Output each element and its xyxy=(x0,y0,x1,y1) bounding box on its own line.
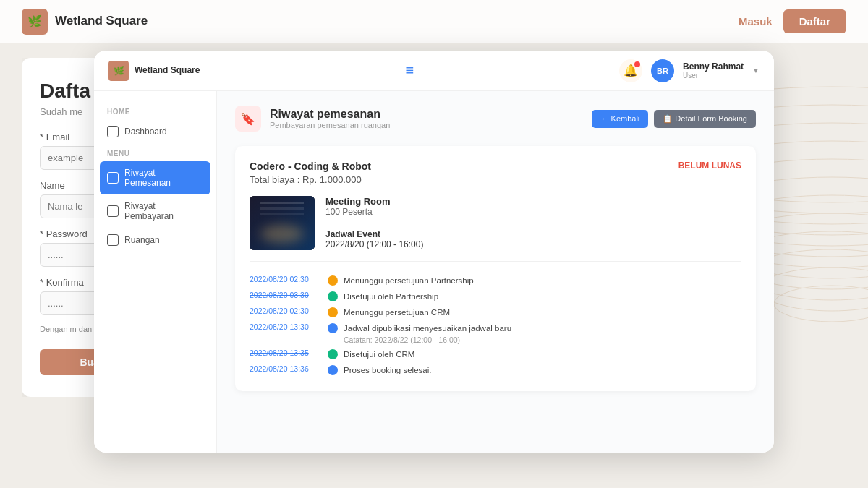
timeline-time: 2022/08/20 13:35 xyxy=(250,348,322,357)
page-header-left: 🔖 Riwayat pemesanan Pembayaran pemesanan… xyxy=(235,106,390,132)
sidebar-riwayat-pembayaran-label: Riwayat Pembayaran xyxy=(124,201,203,221)
booking-title-row: Codero - Coding & Robot Total biaya : Rp… xyxy=(250,160,741,185)
room-details: Meeting Room 100 Peserta Jadwal Event 20… xyxy=(326,196,741,250)
timeline-item: 2022/08/20 02:30Menunggu persetujuan Par… xyxy=(250,275,741,286)
sidebar-menu-label: MENU xyxy=(94,144,216,161)
user-chevron-icon[interactable]: ▼ xyxy=(752,67,760,74)
event-name: Codero - Coding & Robot xyxy=(250,160,371,172)
timeline-time: 2022/08/20 02:30 xyxy=(250,307,322,315)
user-info: Benny Rahmat User xyxy=(683,61,744,80)
app-header-right: 🔔 BR Benny Rahmat User ▼ xyxy=(619,59,760,82)
nav-actions: Masuk Daftar xyxy=(739,9,846,33)
booking-total: Total biaya : Rp. 1.000.000 xyxy=(250,174,371,185)
page-header: 🔖 Riwayat pemesanan Pembayaran pemesanan… xyxy=(235,106,756,132)
daftar-button[interactable]: Daftar xyxy=(783,9,846,33)
ruangan-icon xyxy=(107,234,119,246)
timeline-item: 2022/08/20 02:30Menunggu persetujuan CRM xyxy=(250,307,741,318)
timeline-dot xyxy=(328,307,338,317)
timeline-text: Disetujui oleh Partnership xyxy=(344,291,438,302)
main-content: 🔖 Riwayat pemesanan Pembayaran pemesanan… xyxy=(217,91,774,453)
notification-dot xyxy=(634,61,640,67)
timeline-dot xyxy=(328,291,338,301)
timeline-note: Catatan: 2022/8/22 (12:00 - 16:00) xyxy=(344,335,511,344)
bookmark-icon: 🔖 xyxy=(241,112,255,126)
app-brand: 🌿 Wetland Square xyxy=(109,61,200,81)
sidebar-item-riwayat-pemesanan[interactable]: Riwayat Pemesanan xyxy=(100,161,210,194)
sidebar-item-ruangan[interactable]: Ruangan xyxy=(94,228,216,252)
status-badge: BELUM LUNAS xyxy=(678,160,741,171)
app-body: HOME Dashboard MENU Riwayat Pemesanan Ri… xyxy=(94,91,774,453)
timeline-text: Proses booking selesai. xyxy=(344,364,431,376)
page-icon: 🔖 xyxy=(235,106,261,132)
user-role: User xyxy=(683,72,744,80)
timeline-text: Jadwal dipublikasi menyesuaikan jadwal b… xyxy=(344,322,511,344)
brand-name: Wetland Square xyxy=(55,14,148,28)
page-subtitle: Pembayaran pemesanan ruangan xyxy=(270,121,390,129)
timeline: 2022/08/20 02:30Menunggu persetujuan Par… xyxy=(250,275,741,377)
booking-info: Codero - Coding & Robot Total biaya : Rp… xyxy=(250,160,371,185)
timeline-dot xyxy=(328,365,338,375)
hamburger-icon[interactable]: ≡ xyxy=(405,62,414,79)
timeline-time: 2022/08/20 13:30 xyxy=(250,322,322,331)
timeline-item: 2022/08/20 13:30Jadwal dipublikasi menye… xyxy=(250,322,741,344)
timeline-time: 2022/08/20 02:30 xyxy=(250,275,322,283)
room-image-inner xyxy=(250,196,315,250)
sidebar-riwayat-pemesanan-label: Riwayat Pemesanan xyxy=(124,168,203,188)
sidebar-home-label: HOME xyxy=(94,102,216,119)
sidebar-dashboard-label: Dashboard xyxy=(124,127,167,137)
app-brand-name: Wetland Square xyxy=(135,65,200,75)
room-name: Meeting Room xyxy=(326,196,741,207)
timeline-text: Menunggu persetujuan CRM xyxy=(344,307,450,318)
timeline-item: 2022/08/20 13:35Disetujui oleh CRM xyxy=(250,348,741,360)
timeline-item: 2022/08/20 13:36Proses booking selesai. xyxy=(250,364,741,376)
page-title-group: Riwayat pemesanan Pembayaran pemesanan r… xyxy=(270,108,390,129)
sidebar-item-riwayat-pembayaran[interactable]: Riwayat Pembayaran xyxy=(94,194,216,228)
page-title: Riwayat pemesanan xyxy=(270,108,390,121)
user-name: Benny Rahmat xyxy=(683,61,744,72)
timeline-dot xyxy=(328,323,338,333)
timeline-time: 2022/08/20 03:30 xyxy=(250,291,322,299)
notification-bell[interactable]: 🔔 xyxy=(619,59,642,82)
room-info: Meeting Room 100 Peserta Jadwal Event 20… xyxy=(250,196,741,262)
sidebar-ruangan-label: Ruangan xyxy=(124,235,160,245)
booking-card: Codero - Coding & Robot Total biaya : Rp… xyxy=(235,146,756,391)
svg-point-11 xyxy=(774,286,868,322)
timeline-item: 2022/08/20 03:30Disetujui oleh Partnersh… xyxy=(250,291,741,302)
timeline-time: 2022/08/20 13:36 xyxy=(250,364,322,373)
riwayat-pemesanan-icon xyxy=(107,172,119,184)
kembali-button[interactable]: ← Kembali xyxy=(592,110,648,128)
timeline-text: Disetujui oleh CRM xyxy=(344,348,414,360)
room-image xyxy=(250,196,315,250)
brand: 🌿 Wetland Square xyxy=(22,9,148,35)
jadwal-label: Jadwal Event xyxy=(326,229,741,239)
detail-form-button[interactable]: 📋 Detail Form Booking xyxy=(654,110,756,128)
masuk-button[interactable]: Masuk xyxy=(739,15,773,27)
app-brand-logo-icon: 🌿 xyxy=(109,61,129,81)
jadwal-value: 2022/8/20 (12:00 - 16:00) xyxy=(326,239,741,249)
room-divider xyxy=(326,223,741,223)
app-window: 🌿 Wetland Square ≡ 🔔 BR Benny Rahmat Use… xyxy=(94,51,774,453)
top-navbar: 🌿 Wetland Square Masuk Daftar xyxy=(0,0,868,43)
header-buttons: ← Kembali 📋 Detail Form Booking xyxy=(592,110,756,128)
brand-logo-icon: 🌿 xyxy=(22,9,48,35)
sidebar-item-dashboard[interactable]: Dashboard xyxy=(94,119,216,144)
sidebar: HOME Dashboard MENU Riwayat Pemesanan Ri… xyxy=(94,91,217,453)
timeline-dot xyxy=(328,275,338,286)
app-header: 🌿 Wetland Square ≡ 🔔 BR Benny Rahmat Use… xyxy=(94,51,774,91)
timeline-dot xyxy=(328,349,338,359)
user-avatar: BR xyxy=(651,59,674,82)
timeline-text: Menunggu persetujuan Partnership xyxy=(344,275,474,286)
riwayat-pembayaran-icon xyxy=(107,205,119,217)
room-capacity: 100 Peserta xyxy=(326,207,741,217)
dashboard-icon xyxy=(107,126,119,137)
